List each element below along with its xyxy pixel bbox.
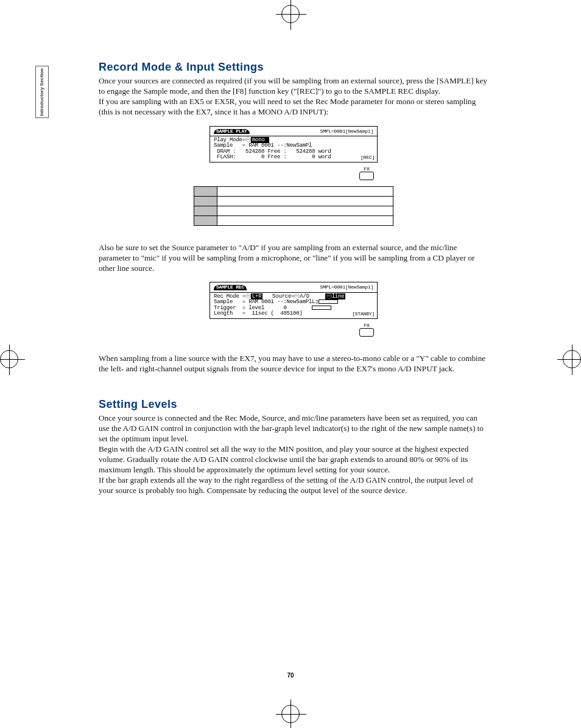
f8-group-2: F8 <box>210 323 378 337</box>
table-row-cell <box>217 215 393 225</box>
table-row-lead <box>194 206 217 215</box>
lcd2-trigger-bar-icon <box>312 306 331 310</box>
crop-mark-left <box>0 350 18 368</box>
table-row-cell <box>217 186 393 196</box>
para-ex7-cable: When sampling from a line source with th… <box>99 354 488 374</box>
lcd1-header-right: SMPL=0001[NewSampl] <box>320 129 373 134</box>
table-row-lead <box>194 196 217 206</box>
crop-mark-top <box>281 5 300 23</box>
lcd2-header-right: SMPL=0001[NewSampl] <box>320 285 373 290</box>
para-record-mode-1: Once your sources are connected as requi… <box>99 76 488 97</box>
lcd2-line4: Length = 11sec ( 485100) <box>214 311 373 317</box>
heading-record-mode: Record Mode & Input Settings <box>99 61 488 74</box>
para-levels-1: Once your source is connected and the Re… <box>99 413 488 444</box>
lcd1-tab: SAMPLE PLAY <box>214 129 250 134</box>
lcd2-level-bar-icon <box>319 299 338 304</box>
lcd1-line4: FLASH: 0 Free : 0 word <box>214 155 373 160</box>
para-record-mode-2: If you are sampling with an EX5 or EX5R,… <box>99 97 488 117</box>
lcd2-line0-inv2: ㊀line <box>325 293 346 299</box>
table-row-lead <box>194 186 217 196</box>
para-levels-3: If the bar graph extends all the way to … <box>99 475 488 496</box>
f8-label-2: F8 <box>359 323 374 328</box>
lcd-sample-rec: SAMPLE REC SMPL=0001[NewSampl] Rec Mode … <box>210 282 378 318</box>
table-row-lead <box>194 215 217 225</box>
heading-setting-levels: Setting Levels <box>99 398 488 411</box>
f8-group-1: F8 <box>210 166 378 180</box>
page-number: 70 <box>0 672 581 679</box>
table-row-cell <box>217 206 393 215</box>
para-source-ad: Also be sure to set the Source parameter… <box>99 243 488 274</box>
lcd1-corner: [REC] <box>361 155 375 160</box>
f8-button-icon-2 <box>359 328 374 337</box>
crop-mark-bottom <box>281 705 300 723</box>
side-tab-label: Introductory Section <box>40 68 45 116</box>
table-row-cell <box>217 196 393 206</box>
lcd2-tab: SAMPLE REC <box>214 285 247 290</box>
f8-label-1: F8 <box>359 166 374 172</box>
f8-button-icon-1 <box>359 172 374 180</box>
lcd-sample-play: SAMPLE PLAY SMPL=0001[NewSampl] Play Mod… <box>210 126 378 163</box>
lcd2-corner: [STANBY] <box>352 312 375 317</box>
para-levels-2: Begin with the A/D GAIN control set all … <box>99 444 488 475</box>
side-tab: Introductory Section <box>35 66 49 118</box>
crop-mark-right <box>563 350 581 368</box>
blank-table <box>194 186 393 226</box>
page-content: Record Mode & Input Settings Once your s… <box>99 61 488 496</box>
